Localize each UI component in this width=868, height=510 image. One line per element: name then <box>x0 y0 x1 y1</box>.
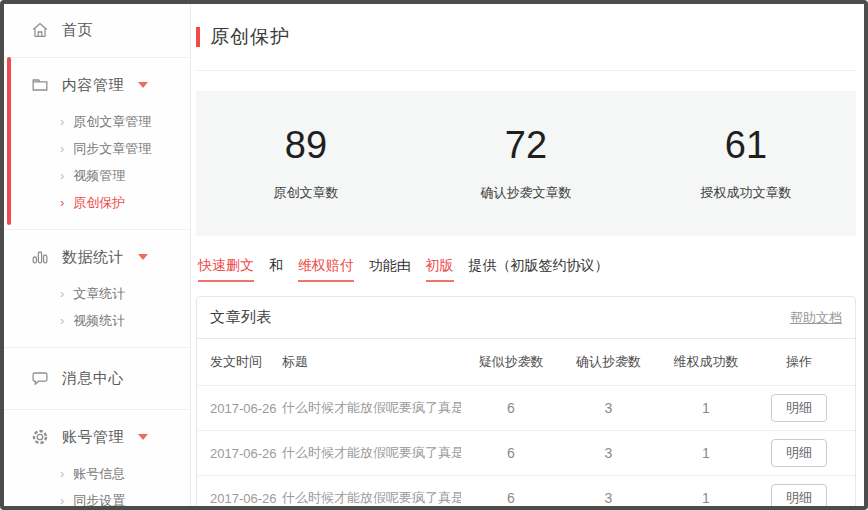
main-content: 原创保护 89 原创文章数 72 确认抄袭文章数 61 授权成功文章数 快速删文… <box>191 4 864 506</box>
cell-title: 什么时候才能放假呢要疯了真是... <box>282 489 461 506</box>
sidebar-item-home[interactable]: 首页 <box>4 18 190 42</box>
detail-button[interactable]: 明细 <box>771 484 827 506</box>
column-header-action: 操作 <box>756 353 842 371</box>
cell-confirmed-count: 3 <box>561 400 656 416</box>
stats-panel: 89 原创文章数 72 确认抄袭文章数 61 授权成功文章数 <box>196 91 856 236</box>
sidebar-item-message-center[interactable]: 消息中心 <box>4 366 190 390</box>
sidebar-item-sync-article-mgmt[interactable]: › 同步文章管理 <box>4 135 190 162</box>
panel-header: 文章列表 帮助文档 <box>197 297 855 338</box>
sidebar-subitem-label: 视频统计 <box>73 312 125 330</box>
sidebar-item-label: 首页 <box>62 21 93 40</box>
stat-card-authorized-success: 61 授权成功文章数 <box>636 126 856 202</box>
panel-title: 文章列表 <box>210 308 272 327</box>
caret-down-icon <box>138 434 148 440</box>
stat-value: 61 <box>636 126 856 164</box>
cell-success-count: 1 <box>656 400 756 416</box>
stat-value: 89 <box>196 126 416 164</box>
column-header-date: 发文时间 <box>210 353 282 371</box>
sidebar-subitem-label: 同步设置 <box>73 492 125 510</box>
chevron-right-icon: › <box>60 466 64 481</box>
sidebar-section-messages: 消息中心 <box>4 348 190 410</box>
sidebar-item-article-stats[interactable]: › 文章统计 <box>4 280 190 307</box>
sidebar-item-label: 账号管理 <box>62 428 124 447</box>
page-title: 原创保护 <box>210 24 290 50</box>
table-row: 2017-06-26 什么时候才能放假呢要疯了真是... 6 3 1 明细 <box>197 430 855 475</box>
cell-date: 2017-06-26 <box>210 446 282 461</box>
submenu-content-mgmt: › 原创文章管理 › 同步文章管理 › 视频管理 › 原创保护 <box>4 108 190 216</box>
sidebar-section-content-mgmt: 内容管理 › 原创文章管理 › 同步文章管理 › 视频管理 › 原创 <box>4 58 190 230</box>
stat-label: 授权成功文章数 <box>636 184 856 202</box>
cell-suspected-count: 6 <box>461 490 561 506</box>
cell-date: 2017-06-26 <box>210 401 282 416</box>
sidebar-item-original-article-mgmt[interactable]: › 原创文章管理 <box>4 108 190 135</box>
submenu-data-stats: › 文章统计 › 视频统计 <box>4 280 190 334</box>
sidebar: 首页 内容管理 › 原创文章管理 › 同步文章管理 <box>4 4 191 506</box>
sidebar-item-video-stats[interactable]: › 视频统计 <box>4 307 190 334</box>
chevron-right-icon: › <box>60 313 64 328</box>
cell-title: 什么时候才能放假呢要疯了真是... <box>282 444 461 462</box>
rights-compensation-link[interactable]: 维权赔付 <box>298 257 354 282</box>
notice-text: 提供（初版签约协议） <box>468 257 608 273</box>
cell-suspected-count: 6 <box>461 400 561 416</box>
sidebar-subitem-label: 同步文章管理 <box>73 140 151 158</box>
column-header-suspected: 疑似抄袭数 <box>461 353 561 371</box>
stat-value: 72 <box>416 126 636 164</box>
cell-title: 什么时候才能放假呢要疯了真是... <box>282 399 461 417</box>
provider-notice: 快速删文 和 维权赔付 功能由 初版 提供（初版签约协议） <box>198 257 856 282</box>
sidebar-subitem-label: 账号信息 <box>73 465 125 483</box>
sidebar-subitem-label: 文章统计 <box>73 285 125 303</box>
sidebar-item-account-info[interactable]: › 账号信息 <box>4 460 190 487</box>
stat-label: 确认抄袭文章数 <box>416 184 636 202</box>
cell-confirmed-count: 3 <box>561 445 656 461</box>
help-doc-link[interactable]: 帮助文档 <box>790 309 842 327</box>
sidebar-subitem-label: 视频管理 <box>73 167 125 185</box>
caret-down-icon <box>138 254 148 260</box>
sidebar-item-original-protection[interactable]: › 原创保护 <box>4 189 190 216</box>
app-window: 首页 内容管理 › 原创文章管理 › 同步文章管理 <box>0 0 868 510</box>
sidebar-subitem-label: 原创保护 <box>73 194 125 212</box>
gear-icon <box>30 427 50 447</box>
sidebar-item-label: 内容管理 <box>62 76 124 95</box>
title-accent-bar <box>196 27 200 47</box>
table-header-row: 发文时间 标题 疑似抄袭数 确认抄袭数 维权成功数 操作 <box>197 338 855 385</box>
detail-button[interactable]: 明细 <box>771 439 827 467</box>
sidebar-item-data-stats[interactable]: 数据统计 <box>4 245 190 269</box>
caret-down-icon <box>138 82 148 88</box>
notice-text: 功能由 <box>369 257 411 273</box>
sidebar-item-video-mgmt[interactable]: › 视频管理 <box>4 162 190 189</box>
message-bubble-icon <box>30 368 50 388</box>
article-list-panel: 文章列表 帮助文档 发文时间 标题 疑似抄袭数 确认抄袭数 维权成功数 操作 2… <box>196 296 856 506</box>
column-header-success: 维权成功数 <box>656 353 756 371</box>
chevron-right-icon: › <box>60 141 64 156</box>
cell-success-count: 1 <box>656 445 756 461</box>
cell-success-count: 1 <box>656 490 756 506</box>
cell-confirmed-count: 3 <box>561 490 656 506</box>
folder-icon <box>30 75 50 95</box>
sidebar-item-label: 消息中心 <box>62 369 124 388</box>
table-row: 2017-06-26 什么时候才能放假呢要疯了真是... 6 3 1 明细 <box>197 475 855 506</box>
sidebar-item-sync-settings[interactable]: › 同步设置 <box>4 487 190 510</box>
stat-card-confirmed-plagiarism: 72 确认抄袭文章数 <box>416 126 636 202</box>
chevron-right-icon: › <box>60 286 64 301</box>
column-header-title: 标题 <box>282 353 461 371</box>
submenu-account: › 账号信息 › 同步设置 <box>4 460 190 510</box>
chevron-right-icon: › <box>60 168 64 183</box>
stat-card-original-articles: 89 原创文章数 <box>196 126 416 202</box>
column-header-confirmed: 确认抄袭数 <box>561 353 656 371</box>
chevron-right-icon: › <box>60 493 64 508</box>
sidebar-item-label: 数据统计 <box>62 248 124 267</box>
sidebar-section-account: 账号管理 › 账号信息 › 同步设置 <box>4 410 190 510</box>
notice-text: 和 <box>269 257 283 273</box>
sidebar-subitem-label: 原创文章管理 <box>73 113 151 131</box>
active-section-accent-bar <box>7 57 11 225</box>
detail-button[interactable]: 明细 <box>771 394 827 422</box>
table-row: 2017-06-26 什么时候才能放假呢要疯了真是... 6 3 1 明细 <box>197 385 855 430</box>
provider-link[interactable]: 初版 <box>426 257 454 282</box>
sidebar-item-content-mgmt[interactable]: 内容管理 <box>4 73 190 97</box>
chevron-right-icon: › <box>60 114 64 129</box>
page-header: 原创保护 <box>196 4 856 71</box>
fast-delete-link[interactable]: 快速删文 <box>198 257 254 282</box>
cell-suspected-count: 6 <box>461 445 561 461</box>
bar-chart-icon <box>30 247 50 267</box>
sidebar-item-account-mgmt[interactable]: 账号管理 <box>4 425 190 449</box>
